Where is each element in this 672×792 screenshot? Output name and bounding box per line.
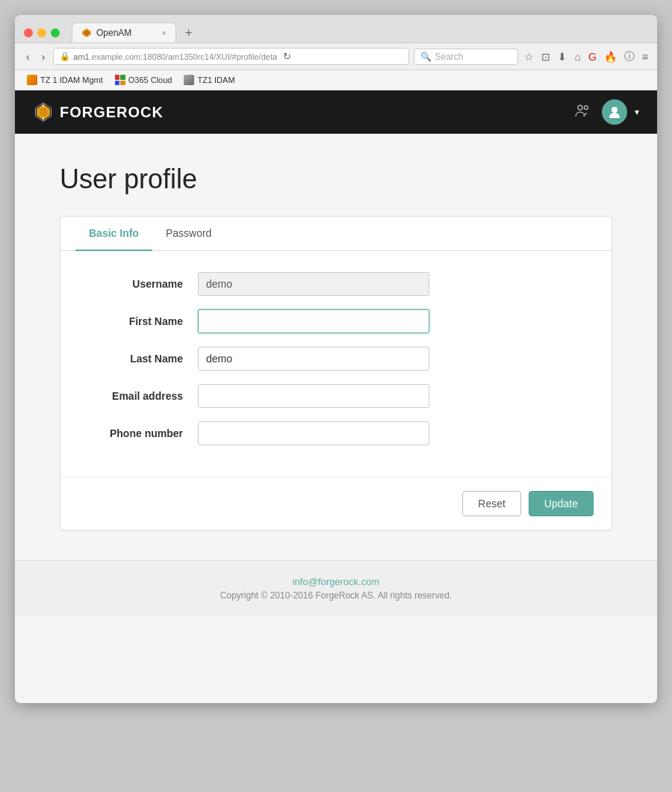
firstname-label: First Name: [78, 315, 198, 327]
email-label: Email address: [78, 390, 198, 402]
refresh-icon[interactable]: ↻: [283, 51, 291, 62]
email-input[interactable]: [198, 384, 429, 408]
bookmark-tz1-icon: [27, 75, 37, 85]
bookmarks-bar: TZ 1 IDAM Mgmt O365 Cloud TZ1 IDAM: [15, 70, 657, 90]
menu-icon[interactable]: ≡: [641, 49, 650, 64]
bookmark-o365-label: O365 Cloud: [128, 75, 172, 84]
form-row-lastname: Last Name: [78, 347, 594, 371]
bookmark-o365-icon: [115, 75, 125, 85]
back-button[interactable]: ‹: [22, 49, 34, 64]
tab-close-icon[interactable]: ×: [162, 28, 167, 37]
title-bar: OpenAM × +: [15, 15, 657, 43]
main-area: User profile Basic Info Password Usernam…: [15, 134, 657, 560]
search-magnify-icon: 🔍: [420, 52, 432, 62]
fr-footer: info@forgerock.com Copyright © 2010-2016…: [15, 560, 657, 616]
tab-favicon-icon: [81, 28, 92, 38]
extension-icon[interactable]: 🔥: [603, 49, 618, 64]
firstname-input[interactable]: [198, 309, 429, 333]
new-tab-button[interactable]: +: [179, 23, 198, 43]
fr-header: FORGEROCK: [15, 90, 657, 134]
username-input[interactable]: [198, 272, 429, 296]
user-dropdown-arrow[interactable]: ▾: [635, 107, 639, 117]
form-row-username: Username: [78, 272, 594, 296]
page-content: FORGEROCK: [15, 90, 657, 703]
lastname-input[interactable]: [198, 347, 429, 371]
forgerock-logo-text: FORGEROCK: [60, 104, 164, 121]
button-row: Reset Update: [60, 477, 612, 530]
fr-header-right: ▾: [573, 99, 639, 125]
admin-settings-icon[interactable]: [573, 102, 594, 123]
window-buttons: [24, 28, 60, 37]
url-field[interactable]: 🔒 am1.example.com:18080/am1350rc14/XUI/#…: [53, 48, 409, 65]
search-placeholder-text: Search: [435, 52, 463, 62]
browser-tab-openam[interactable]: OpenAM ×: [72, 22, 176, 43]
search-field[interactable]: 🔍 Search: [414, 49, 518, 65]
toolbar-icons: ☆ ⊡ ⬇ ⌂ G 🔥 ⓘ ≡: [523, 49, 650, 65]
browser-window: OpenAM × + ‹ › 🔒 am1.example.com:18080/a…: [15, 15, 657, 703]
form-area: Username First Name Last Name: [60, 251, 612, 477]
tab-title: OpenAM: [96, 28, 131, 38]
minimize-button[interactable]: [37, 28, 46, 37]
download-icon[interactable]: ⬇: [556, 49, 568, 64]
user-avatar[interactable]: [602, 99, 627, 125]
url-secure-icon: 🔒: [60, 52, 70, 61]
phone-label: Phone number: [78, 427, 198, 439]
forgerock-logo-icon: [33, 102, 54, 123]
svg-point-7: [578, 105, 582, 110]
form-row-firstname: First Name: [78, 309, 594, 333]
user-icon[interactable]: G: [587, 49, 598, 64]
tab-bar: OpenAM × +: [72, 22, 648, 43]
form-row-email: Email address: [78, 384, 594, 408]
address-bar: ‹ › 🔒 am1.example.com:18080/am1350rc14/X…: [15, 43, 657, 70]
close-button[interactable]: [24, 28, 33, 37]
footer-copyright: Copyright © 2010-2016 ForgeRock AS. All …: [30, 590, 642, 601]
maximize-button[interactable]: [51, 28, 60, 37]
bookmark-o365-cloud[interactable]: O365 Cloud: [111, 73, 177, 87]
phone-input[interactable]: [198, 421, 429, 445]
home-icon[interactable]: ⌂: [573, 49, 582, 64]
reader-icon[interactable]: ⊡: [540, 49, 552, 64]
form-row-phone: Phone number: [78, 421, 594, 445]
bookmark-tz1-idam-mgmt[interactable]: TZ 1 IDAM Mgmt: [22, 73, 108, 87]
fr-logo: FORGEROCK: [33, 102, 164, 123]
forward-button[interactable]: ›: [38, 49, 49, 64]
svg-point-8: [585, 106, 588, 110]
bookmark-tz1-idam[interactable]: TZ1 IDAM: [179, 73, 239, 87]
tab-password[interactable]: Password: [152, 217, 225, 251]
reset-button[interactable]: Reset: [462, 491, 521, 516]
tab-basic-info[interactable]: Basic Info: [75, 217, 152, 251]
svg-point-9: [612, 107, 617, 113]
tab-navigation: Basic Info Password: [60, 217, 612, 251]
info-icon[interactable]: ⓘ: [623, 49, 636, 65]
bookmark-tz1b-label: TZ1 IDAM: [197, 75, 234, 84]
url-prefix: am1.example.com:18080/am1350rc14/XUI/#pr…: [73, 52, 277, 61]
profile-card: Basic Info Password Username First Name: [60, 216, 612, 530]
footer-email[interactable]: info@forgerock.com: [30, 576, 642, 587]
lastname-label: Last Name: [78, 353, 198, 365]
page-title: User profile: [60, 164, 612, 195]
update-button[interactable]: Update: [529, 491, 594, 516]
bookmarks-star-icon[interactable]: ☆: [523, 49, 535, 64]
username-label: Username: [78, 278, 198, 290]
bookmark-tz1-label: TZ 1 IDAM Mgmt: [40, 75, 103, 84]
bookmark-tz1b-icon: [184, 75, 194, 85]
